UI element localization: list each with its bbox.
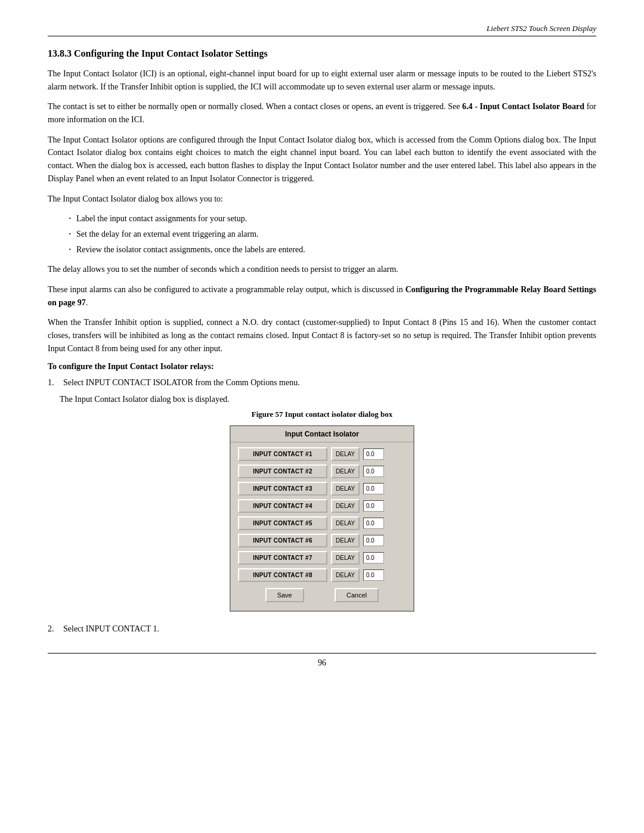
contact-button-2[interactable]: INPUT CONTACT #2 [238,465,327,478]
contact-button-1[interactable]: INPUT CONTACT #1 [238,447,327,461]
delay-button-6[interactable]: DELAY [331,534,360,547]
delay-input-7[interactable] [363,552,384,563]
sub-heading: To configure the Input Contact Isolator … [48,362,596,371]
figure-caption: Figure 57 Input contact isolator dialog … [48,410,596,419]
save-button[interactable]: Save [265,588,304,602]
delay-input-6[interactable] [363,535,384,546]
cancel-button[interactable]: Cancel [335,588,379,602]
step-1: 1. Select INPUT CONTACT ISOLATOR from th… [48,376,596,389]
dialog-row-4: INPUT CONTACT #4 DELAY [238,499,406,513]
delay-button-7[interactable]: DELAY [331,551,360,565]
contact-button-3[interactable]: INPUT CONTACT #3 [238,482,327,496]
input-contact-isolator-dialog: Input Contact Isolator INPUT CONTACT #1 … [230,425,414,612]
dialog-footer: Save Cancel [238,588,406,602]
contact-button-8[interactable]: INPUT CONTACT #8 [238,568,327,582]
paragraph-1: The Input Contact Isolator (ICI) is an o… [48,67,596,93]
contact-button-4[interactable]: INPUT CONTACT #4 [238,499,327,513]
delay-button-8[interactable]: DELAY [331,568,360,582]
step-1-sub: The Input Contact Isolator dialog box is… [60,393,596,406]
dialog-title-bar: Input Contact Isolator [231,426,413,442]
page-number: 96 [318,658,326,668]
bullet-list: Label the input contact assignments for … [66,212,596,256]
delay-input-8[interactable] [363,569,384,581]
paragraph-delay: The delay allows you to set the number o… [48,263,596,276]
paragraph-2: The contact is set to either be normally… [48,100,596,126]
paragraph-relay: These input alarms can also be configure… [48,283,596,309]
page-footer: 96 [48,653,596,668]
bullet-item-3: Review the isolator contact assignments,… [66,243,596,256]
step-2: 2. Select INPUT CONTACT 1. [48,623,596,636]
dialog-title: Input Contact Isolator [285,430,359,438]
page: Liebert STS2 Touch Screen Display 13.8.3… [0,0,644,833]
dialog-row-6: INPUT CONTACT #6 DELAY [238,534,406,547]
delay-input-4[interactable] [363,500,384,512]
delay-input-2[interactable] [363,466,384,477]
bullet-item-1: Label the input contact assignments for … [66,212,596,225]
paragraph-4: The Input Contact Isolator dialog box al… [48,193,596,206]
dialog-row-8: INPUT CONTACT #8 DELAY [238,568,406,582]
delay-input-3[interactable] [363,483,384,494]
delay-button-4[interactable]: DELAY [331,499,360,513]
dialog-wrapper: Input Contact Isolator INPUT CONTACT #1 … [48,425,596,612]
paragraph-inhibit: When the Transfer Inhibit option is supp… [48,316,596,355]
contact-button-6[interactable]: INPUT CONTACT #6 [238,534,327,547]
contact-button-7[interactable]: INPUT CONTACT #7 [238,551,327,565]
delay-input-5[interactable] [363,518,384,529]
page-header: Liebert STS2 Touch Screen Display [48,24,596,36]
delay-button-1[interactable]: DELAY [331,447,360,461]
delay-button-2[interactable]: DELAY [331,465,360,478]
dialog-content: INPUT CONTACT #1 DELAY INPUT CONTACT #2 … [231,442,413,605]
dialog-row-2: INPUT CONTACT #2 DELAY [238,465,406,478]
section-title: 13.8.3 Configuring the Input Contact Iso… [48,48,596,59]
delay-input-1[interactable] [363,448,384,460]
delay-button-5[interactable]: DELAY [331,516,360,530]
contact-button-5[interactable]: INPUT CONTACT #5 [238,516,327,530]
dialog-row-7: INPUT CONTACT #7 DELAY [238,551,406,565]
paragraph-3: The Input Contact Isolator options are c… [48,134,596,185]
delay-button-3[interactable]: DELAY [331,482,360,496]
dialog-row-3: INPUT CONTACT #3 DELAY [238,482,406,496]
dialog-row-1: INPUT CONTACT #1 DELAY [238,447,406,461]
dialog-row-5: INPUT CONTACT #5 DELAY [238,516,406,530]
bullet-item-2: Set the delay for an external event trig… [66,228,596,241]
header-text: Liebert STS2 Touch Screen Display [487,24,596,33]
